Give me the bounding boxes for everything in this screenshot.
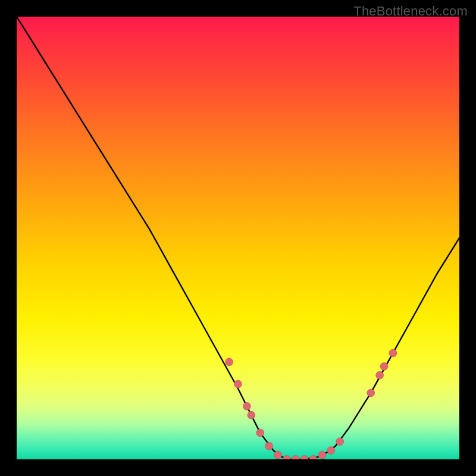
data-point bbox=[318, 451, 326, 459]
data-point bbox=[256, 429, 264, 437]
data-point bbox=[389, 349, 397, 357]
data-point bbox=[243, 402, 250, 410]
data-point bbox=[234, 380, 242, 388]
data-point bbox=[367, 389, 375, 397]
data-point bbox=[327, 447, 335, 455]
data-point bbox=[300, 456, 308, 460]
chart-frame: TheBottleneck.com bbox=[0, 0, 476, 476]
bottleneck-curve-path bbox=[17, 17, 459, 459]
bottleneck-curve bbox=[17, 17, 459, 459]
data-point bbox=[248, 411, 255, 419]
plot-area bbox=[17, 17, 459, 459]
data-point bbox=[376, 371, 384, 379]
data-point bbox=[292, 456, 299, 460]
data-point bbox=[380, 362, 388, 370]
data-point bbox=[336, 438, 344, 446]
data-point bbox=[283, 456, 290, 460]
data-point bbox=[274, 451, 282, 459]
data-point bbox=[226, 358, 233, 366]
data-point bbox=[265, 442, 273, 450]
data-point bbox=[309, 456, 317, 460]
